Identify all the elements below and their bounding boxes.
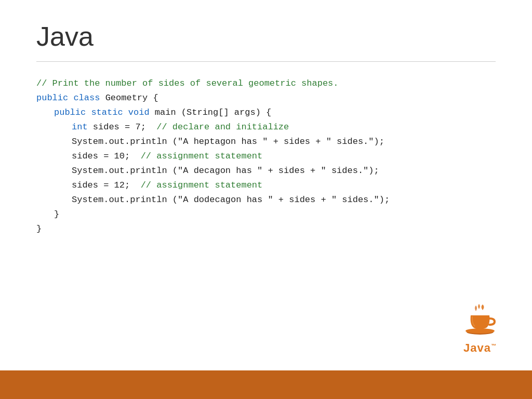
slide-title: Java (36, 21, 496, 52)
comment-assignment-2: // assignment statement (141, 180, 263, 190)
java-logo-icon (459, 300, 501, 341)
code-block: // Print the number of sides of several … (36, 76, 496, 237)
code-line-11: } (36, 222, 496, 236)
java-logo-text: Java™ (463, 341, 497, 355)
code-line-7: System.out.println ("A decagon has " + s… (36, 164, 496, 178)
comment-declare: // declare and initialize (156, 122, 289, 132)
keyword-int: int (72, 122, 88, 132)
code-line-1: // Print the number of sides of several … (36, 76, 496, 91)
code-line-10: } (36, 207, 496, 222)
java-logo-area: Java™ (459, 300, 501, 355)
keyword-public-class: public class (36, 93, 105, 103)
keyword-public-static-void: public static void (54, 108, 150, 117)
bottom-bar (0, 370, 532, 399)
comment-assignment-1: // assignment statement (141, 151, 263, 161)
code-line-2: public class Geometry { (36, 91, 496, 105)
java-tm: ™ (491, 343, 497, 349)
code-main: main (String[] args) { (150, 108, 272, 117)
code-sides-12: sides = 12; (72, 180, 141, 190)
code-line-9: System.out.println ("A dodecagon has " +… (36, 193, 496, 207)
svg-point-1 (466, 328, 495, 334)
title-divider (36, 61, 496, 62)
slide-content: Java // Print the number of sides of sev… (0, 0, 532, 370)
code-geometry: Geometry { (105, 93, 158, 103)
code-sides-7: sides = 7; (88, 122, 157, 132)
code-line-3: public static void main (String[] args) … (36, 105, 496, 120)
code-line-8: sides = 12; // assignment statement (36, 178, 496, 193)
code-line-4: int sides = 7; // declare and initialize (36, 120, 496, 135)
code-sides-10: sides = 10; (72, 151, 141, 161)
code-line-6: sides = 10; // assignment statement (36, 149, 496, 164)
code-line-5: System.out.println ("A heptagon has " + … (36, 135, 496, 149)
